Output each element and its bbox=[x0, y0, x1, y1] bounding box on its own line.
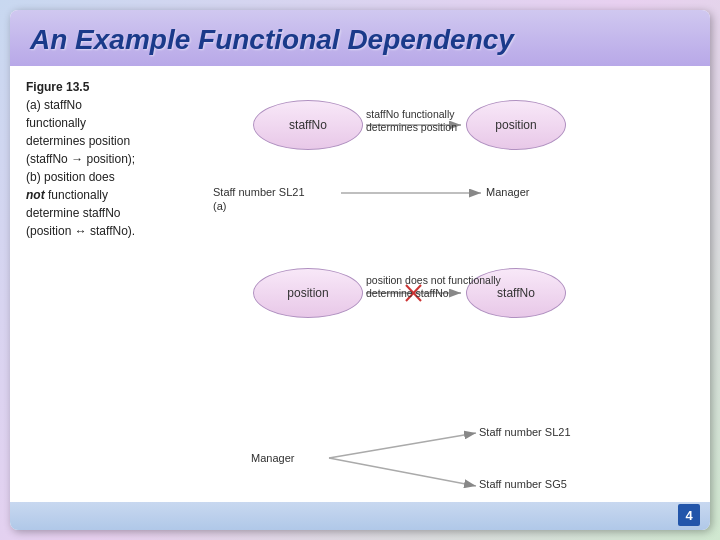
top-staffno-ellipse: staffNo bbox=[253, 100, 363, 150]
manager-label: Manager bbox=[251, 452, 294, 464]
left-panel-text: (a) staffNo functionally determines posi… bbox=[26, 96, 201, 240]
manager-arrow-2 bbox=[329, 458, 476, 486]
title-bar: An Example Functional Dependency bbox=[10, 10, 710, 66]
bottom-arrow-label1: position does not functionally bbox=[366, 274, 501, 286]
figure-label: Figure 13.5 bbox=[26, 78, 201, 96]
line7: determine staffNo bbox=[26, 204, 201, 222]
left-panel: Figure 13.5 (a) staffNo functionally det… bbox=[26, 78, 211, 502]
diagram-area: staffNo position staffNo functionally de… bbox=[211, 78, 694, 502]
line6: not functionally bbox=[26, 186, 201, 204]
bottom-staffno-label: staffNo bbox=[497, 286, 535, 300]
middle-left-label: Staff number SL21 bbox=[213, 186, 305, 198]
slide-footer: 4 bbox=[10, 502, 710, 530]
bottom-position-label: position bbox=[287, 286, 328, 300]
manager-arrow-1 bbox=[329, 433, 476, 458]
page-number: 4 bbox=[678, 504, 700, 526]
top-arrow-label2: determines position bbox=[366, 121, 457, 133]
content-area: Figure 13.5 (a) staffNo functionally det… bbox=[10, 66, 710, 514]
middle-tag: (a) bbox=[213, 200, 226, 212]
line2: functionally bbox=[26, 114, 201, 132]
slide-container: An Example Functional Dependency Figure … bbox=[10, 10, 710, 530]
slide-title: An Example Functional Dependency bbox=[30, 24, 690, 56]
line4: (staffNo → position); bbox=[26, 150, 201, 168]
bottom-arrow-label2: determine staffNo bbox=[366, 287, 449, 299]
top-arrow-label1: staffNo functionally bbox=[366, 108, 455, 120]
line3: determines position bbox=[26, 132, 201, 150]
bottom-target2: Staff number SG5 bbox=[479, 478, 567, 490]
top-position-label: position bbox=[495, 118, 536, 132]
line1: (a) staffNo bbox=[26, 96, 201, 114]
bottom-target1: Staff number SL21 bbox=[479, 426, 571, 438]
line5: (b) position does bbox=[26, 168, 201, 186]
line8: (position ↔ staffNo). bbox=[26, 222, 201, 240]
bottom-position-ellipse: position bbox=[253, 268, 363, 318]
top-staffno-label: staffNo bbox=[289, 118, 327, 132]
top-position-ellipse: position bbox=[466, 100, 566, 150]
middle-right-label: Manager bbox=[486, 186, 529, 198]
